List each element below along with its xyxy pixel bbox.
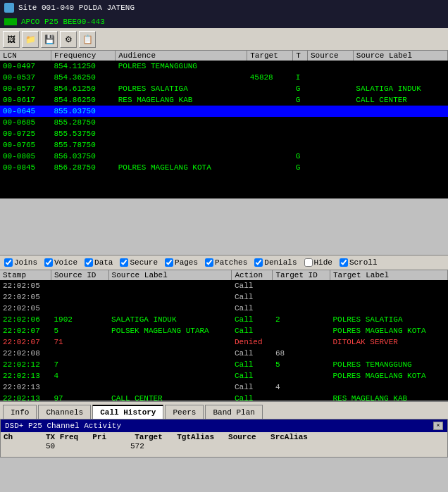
denials-filter-checkbox[interactable] xyxy=(254,258,263,267)
log-cell xyxy=(330,348,447,359)
channel-cell xyxy=(353,72,447,83)
folder-button[interactable]: 📁 xyxy=(22,31,39,48)
log-row[interactable]: 22:02:08Call68 xyxy=(0,348,448,359)
log-cell xyxy=(108,336,232,348)
channel-cell xyxy=(307,128,353,139)
tab-channels[interactable]: Channels xyxy=(38,405,91,419)
log-row[interactable]: 22:02:05Call xyxy=(0,291,448,303)
log-row[interactable]: 22:02:061902SALATIGA INDUKCall2POLRES SA… xyxy=(0,314,448,325)
patches-filter[interactable]: Patches xyxy=(205,258,247,267)
dsd-close-button[interactable]: × xyxy=(433,422,443,430)
channel-row[interactable]: 00-0845856.28750POLRES MAGELANG KOTAG xyxy=(0,162,448,173)
channel-cell xyxy=(116,128,247,139)
log-cell xyxy=(273,280,330,291)
tab-call-history[interactable]: Call History xyxy=(92,405,163,419)
window-title: Site 001-040 POLDA JATENG xyxy=(18,4,135,12)
log-cell xyxy=(108,348,232,359)
channel-cell: SALATIGA INDUK xyxy=(353,83,447,94)
tabs-bar: InfoChannelsCall HistoryPeersBand Plan xyxy=(0,400,448,419)
pages-filter-checkbox[interactable] xyxy=(165,258,173,267)
settings-button[interactable]: ⚙ xyxy=(60,31,77,48)
log-row[interactable]: 22:02:075POLSEK MAGELANG UTARACallPOLRES… xyxy=(0,325,448,336)
channel-cell: 00-0725 xyxy=(0,128,51,139)
channel-cell xyxy=(247,106,293,117)
log-row[interactable]: 22:02:134CallPOLRES MAGELANG KOTA xyxy=(0,370,448,381)
channel-row[interactable]: 00-0725855.53750 xyxy=(0,128,448,139)
channel-row[interactable]: 00-0537854.3625045828I xyxy=(0,72,448,83)
log-cell: 22:02:05 xyxy=(0,303,51,314)
channel-cell: 00-0805 xyxy=(0,151,51,162)
channel-table-header: LCN Frequency Audience Target T Source S… xyxy=(0,51,448,61)
channel-row[interactable]: 00-0617854.86250RES MAGELANG KABGCALL CE… xyxy=(0,94,448,106)
channel-cell xyxy=(293,128,308,139)
channel-row[interactable]: 00-0497854.11250POLRES TEMANGGUNG xyxy=(0,61,448,72)
log-cell xyxy=(330,303,447,314)
log-row[interactable]: 22:02:127Call5POLRES TEMANGGUNG xyxy=(0,359,448,370)
channel-row[interactable]: 00-0685855.28750 xyxy=(0,117,448,128)
channel-cell: 00-0845 xyxy=(0,162,51,173)
tab-band-plan[interactable]: Band Plan xyxy=(205,405,262,419)
channel-row[interactable]: 00-0805856.03750G xyxy=(0,151,448,162)
dsd-data-cell: 50 xyxy=(46,442,74,450)
channel-cell xyxy=(353,61,447,72)
channel-cell xyxy=(116,117,247,128)
dsd-window: DSD+ P25 Channel Activity × ChTX FreqPri… xyxy=(0,419,448,458)
log-cell xyxy=(330,280,447,291)
channel-cell xyxy=(116,151,247,162)
pages-filter[interactable]: Pages xyxy=(165,258,198,267)
joins-filter-checkbox[interactable] xyxy=(4,258,13,267)
channel-row[interactable]: 00-0765855.78750 xyxy=(0,139,448,151)
log-cell: POLRES SALATIGA xyxy=(330,314,447,325)
log-cell: SALATIGA INDUK xyxy=(108,314,232,325)
toolbar: 🖼 📁 💾 ⚙ 📋 xyxy=(0,28,448,51)
data-filter-checkbox[interactable] xyxy=(85,258,93,267)
log-cell: 22:02:06 xyxy=(0,314,51,325)
channel-row[interactable]: 00-0577854.61250POLRES SALATIGAGSALATIGA… xyxy=(0,83,448,94)
channel-cell xyxy=(116,139,247,151)
log-cell: 22:02:13 xyxy=(0,381,51,393)
scroll-filter[interactable]: Scroll xyxy=(340,258,378,267)
secure-filter-checkbox[interactable] xyxy=(120,258,128,267)
secure-filter[interactable]: Secure xyxy=(120,258,158,267)
log-cell: RES MAGELANG KAB xyxy=(330,393,447,400)
log-row[interactable]: 22:02:1397CALL CENTERCallRES MAGELANG KA… xyxy=(0,393,448,400)
data-filter[interactable]: Data xyxy=(85,258,113,267)
dsd-header-cell: TX Freq xyxy=(46,433,78,441)
save-button[interactable]: 💾 xyxy=(41,31,58,48)
scroll-filter-checkbox[interactable] xyxy=(340,258,348,267)
col-audience: Audience xyxy=(116,51,247,61)
log-cell: Call xyxy=(232,370,273,381)
denials-filter[interactable]: Denials xyxy=(254,258,297,267)
log-cell: Call xyxy=(232,393,273,400)
patches-filter-checkbox[interactable] xyxy=(205,258,213,267)
log-cell: Call xyxy=(232,303,273,314)
log-row[interactable]: 22:02:0771DeniedDITOLAK SERVER xyxy=(0,336,448,348)
log-cell xyxy=(51,303,109,314)
channel-row[interactable]: 00-0645855.03750 xyxy=(0,106,448,117)
joins-filter[interactable]: Joins xyxy=(4,258,37,267)
log-row[interactable]: 22:02:13Call4 xyxy=(0,381,448,393)
image-button[interactable]: 🖼 xyxy=(3,31,20,48)
log-col-stamp: Stamp xyxy=(0,270,51,280)
log-cell xyxy=(273,303,330,314)
hide-filter[interactable]: Hide xyxy=(304,258,332,267)
log-cell xyxy=(108,291,232,303)
col-t: T xyxy=(293,51,308,61)
hide-filter-checkbox[interactable] xyxy=(304,258,313,267)
channel-cell xyxy=(353,117,447,128)
voice-filter-checkbox[interactable] xyxy=(44,258,53,267)
tab-peers[interactable]: Peers xyxy=(165,405,204,419)
scroll-filter-label: Scroll xyxy=(349,258,378,267)
data-filter-label: Data xyxy=(94,258,113,267)
log-row[interactable]: 22:02:05Call xyxy=(0,280,448,291)
log-row[interactable]: 22:02:05Call xyxy=(0,303,448,314)
clipboard-button[interactable]: 📋 xyxy=(79,31,96,48)
tab-info[interactable]: Info xyxy=(3,405,37,419)
channel-cell: 854.86250 xyxy=(51,94,115,106)
channel-cell xyxy=(353,106,447,117)
log-cell: Call xyxy=(232,314,273,325)
channel-cell: POLRES MAGELANG KOTA xyxy=(116,162,247,173)
log-cell xyxy=(273,336,330,348)
log-cell: 22:02:13 xyxy=(0,370,51,381)
voice-filter[interactable]: Voice xyxy=(44,258,77,267)
